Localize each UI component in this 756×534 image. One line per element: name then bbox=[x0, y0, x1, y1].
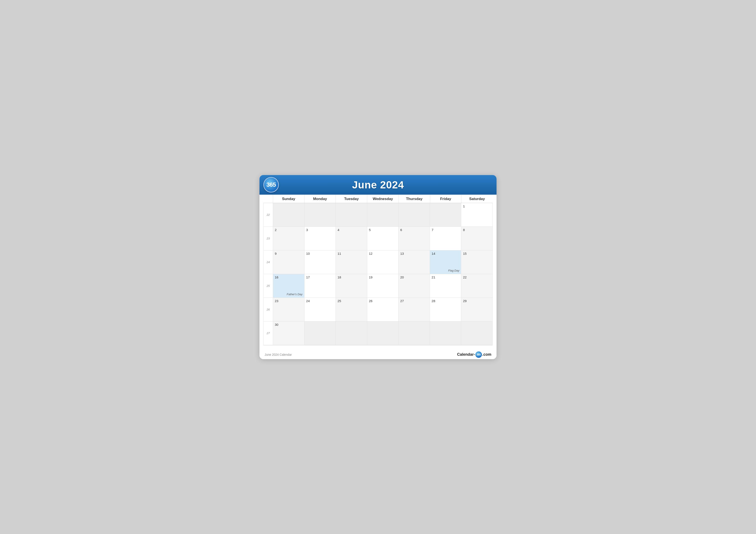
week-number-23: 23 bbox=[263, 227, 273, 250]
day-cell-empty-0-1[interactable] bbox=[305, 203, 336, 227]
day-cell-14[interactable]: 14Flag Day bbox=[430, 250, 461, 274]
calendar-title: June 2024 bbox=[352, 179, 404, 191]
day-number: 18 bbox=[338, 275, 341, 279]
holiday-label: Flag Day bbox=[448, 269, 459, 272]
day-cell-empty-5-2[interactable] bbox=[336, 321, 367, 345]
day-cell-empty-0-0[interactable] bbox=[273, 203, 305, 227]
dow-wednesday: Wednesday bbox=[367, 195, 398, 203]
week-number-22: 22 bbox=[263, 203, 273, 227]
day-cell-17[interactable]: 17 bbox=[305, 274, 336, 298]
day-number: 25 bbox=[338, 299, 341, 303]
day-cell-empty-5-1[interactable] bbox=[305, 321, 336, 345]
day-cell-18[interactable]: 18 bbox=[336, 274, 367, 298]
day-cell-13[interactable]: 13 bbox=[398, 250, 430, 274]
footer-right: Calendar- 365 .com bbox=[457, 351, 491, 358]
day-cell-6[interactable]: 6 bbox=[398, 227, 430, 250]
day-cell-empty-0-5[interactable] bbox=[430, 203, 461, 227]
day-cell-20[interactable]: 20 bbox=[398, 274, 430, 298]
week-number-27: 27 bbox=[263, 321, 273, 345]
day-number: 4 bbox=[338, 228, 339, 232]
day-number: 21 bbox=[432, 275, 435, 279]
day-number: 8 bbox=[463, 228, 465, 232]
day-number: 14 bbox=[432, 252, 435, 255]
day-number: 29 bbox=[463, 299, 467, 303]
day-number: 17 bbox=[306, 275, 310, 279]
footer-left-text: June 2024 Calendar bbox=[265, 353, 292, 356]
dow-friday: Friday bbox=[430, 195, 461, 203]
day-cell-4[interactable]: 4 bbox=[336, 227, 367, 250]
calendar-header: 365 June 2024 bbox=[259, 175, 497, 195]
day-cell-empty-0-4[interactable] bbox=[398, 203, 430, 227]
week-number-26: 26 bbox=[263, 298, 273, 321]
day-number: 10 bbox=[306, 252, 310, 255]
day-cell-25[interactable]: 25 bbox=[336, 298, 367, 321]
day-cell-15[interactable]: 15 bbox=[461, 250, 493, 274]
day-number: 3 bbox=[306, 228, 308, 232]
logo-circle: 365 bbox=[263, 177, 279, 192]
holiday-label: Father's Day bbox=[286, 292, 302, 296]
day-number: 28 bbox=[432, 299, 435, 303]
week-number-25: 25 bbox=[263, 274, 273, 298]
day-cell-12[interactable]: 12 bbox=[367, 250, 399, 274]
day-cell-empty-5-5[interactable] bbox=[430, 321, 461, 345]
day-number: 27 bbox=[400, 299, 404, 303]
footer-brand-pre: Calendar- bbox=[457, 352, 475, 357]
day-cell-29[interactable]: 29 bbox=[461, 298, 493, 321]
day-number: 15 bbox=[463, 252, 467, 255]
day-cell-2[interactable]: 2 bbox=[273, 227, 305, 250]
day-cell-21[interactable]: 21 bbox=[430, 274, 461, 298]
day-number: 16 bbox=[275, 275, 279, 279]
day-number: 7 bbox=[432, 228, 433, 232]
day-cell-11[interactable]: 11 bbox=[336, 250, 367, 274]
day-number: 23 bbox=[275, 299, 279, 303]
day-cell-16[interactable]: 16Father's Day bbox=[273, 274, 305, 298]
dow-monday: Monday bbox=[304, 195, 336, 203]
day-cell-empty-0-3[interactable] bbox=[367, 203, 399, 227]
day-number: 26 bbox=[369, 299, 373, 303]
day-cell-5[interactable]: 5 bbox=[367, 227, 399, 250]
day-cell-10[interactable]: 10 bbox=[305, 250, 336, 274]
day-number: 5 bbox=[369, 228, 371, 232]
day-number: 30 bbox=[275, 323, 279, 326]
day-number: 20 bbox=[400, 275, 404, 279]
day-number: 19 bbox=[369, 275, 373, 279]
dow-saturday: Saturday bbox=[461, 195, 493, 203]
calendar-grid: 2212323456782491011121314Flag Day152516F… bbox=[263, 203, 493, 345]
dow-tuesday: Tuesday bbox=[336, 195, 367, 203]
calendar-footer: June 2024 Calendar Calendar- 365 .com bbox=[259, 349, 497, 359]
calendar-page: 365 June 2024 Sunday Monday Tuesday Wedn… bbox=[259, 175, 497, 359]
day-cell-24[interactable]: 24 bbox=[305, 298, 336, 321]
day-cell-empty-0-2[interactable] bbox=[336, 203, 367, 227]
footer-logo-circle: 365 bbox=[475, 351, 482, 358]
day-cell-30[interactable]: 30 bbox=[273, 321, 305, 345]
day-cell-empty-5-4[interactable] bbox=[398, 321, 430, 345]
week-num-spacer bbox=[263, 195, 273, 203]
day-cell-9[interactable]: 9 bbox=[273, 250, 305, 274]
dow-thursday: Thursday bbox=[398, 195, 430, 203]
dow-sunday: Sunday bbox=[273, 195, 304, 203]
day-number: 11 bbox=[338, 252, 341, 255]
day-number: 13 bbox=[400, 252, 404, 255]
day-cell-8[interactable]: 8 bbox=[461, 227, 493, 250]
day-cell-empty-5-3[interactable] bbox=[367, 321, 399, 345]
day-number: 24 bbox=[306, 299, 310, 303]
day-cell-empty-5-6[interactable] bbox=[461, 321, 493, 345]
day-number: 2 bbox=[275, 228, 277, 232]
day-number: 1 bbox=[463, 204, 465, 208]
week-number-24: 24 bbox=[263, 250, 273, 274]
day-cell-27[interactable]: 27 bbox=[398, 298, 430, 321]
day-number: 22 bbox=[463, 275, 467, 279]
day-number: 12 bbox=[369, 252, 373, 255]
day-cell-1[interactable]: 1 bbox=[461, 203, 493, 227]
day-cell-28[interactable]: 28 bbox=[430, 298, 461, 321]
day-cell-22[interactable]: 22 bbox=[461, 274, 493, 298]
day-cell-23[interactable]: 23 bbox=[273, 298, 305, 321]
day-number: 9 bbox=[275, 252, 277, 255]
dow-header-row: Sunday Monday Tuesday Wednesday Thursday… bbox=[263, 195, 493, 203]
day-cell-3[interactable]: 3 bbox=[305, 227, 336, 250]
footer-brand-post: .com bbox=[482, 352, 491, 357]
day-cell-19[interactable]: 19 bbox=[367, 274, 399, 298]
day-number: 6 bbox=[400, 228, 402, 232]
day-cell-26[interactable]: 26 bbox=[367, 298, 399, 321]
day-cell-7[interactable]: 7 bbox=[430, 227, 461, 250]
